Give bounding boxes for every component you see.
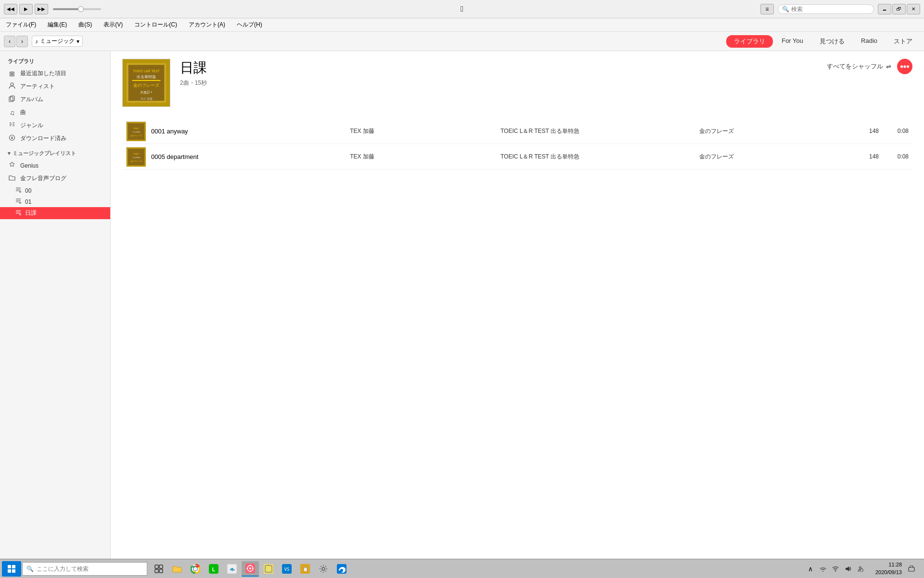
svg-point-21 [20, 214, 21, 215]
taskbar-search-box[interactable]: 🔍 [22, 562, 147, 576]
search-input[interactable] [791, 6, 868, 13]
taskbar-tray: ∧ あ 11:28 [806, 561, 922, 577]
sidebar-item-daily[interactable]: 日課 [0, 207, 110, 219]
taskbar-unknown-app1[interactable]: 🐟 [223, 561, 241, 577]
next-button[interactable]: ▶▶ [35, 4, 48, 14]
sidebar-item-kanfure-blog[interactable]: 金フレ音声ブログ [0, 172, 110, 185]
more-icon: ••• [900, 62, 910, 72]
playlist-actions: すべてをシャッフル ⇌ ••• [827, 59, 912, 74]
search-box[interactable]: 🔍 [778, 4, 874, 14]
song-bpm-0: 148 [850, 128, 879, 134]
song-list: TOEIC 出る単特急 金のフレーズ 0001 anyway TEX 加藤 TO… [122, 118, 912, 170]
svg-text:🐟: 🐟 [230, 566, 235, 572]
start-button[interactable] [2, 561, 21, 577]
menu-help[interactable]: ヘルプ(H) [235, 20, 264, 30]
svg-rect-43 [8, 569, 11, 573]
sidebar-item-01[interactable]: 01 [0, 196, 110, 207]
tab-radio[interactable]: Radio [853, 35, 885, 48]
taskbar-itunes[interactable] [242, 561, 259, 577]
taskbar-edge[interactable] [333, 561, 350, 577]
genres-icon [8, 121, 16, 130]
sidebar-item-00-label: 00 [25, 187, 31, 194]
menu-controls[interactable]: コントロール(C) [132, 20, 179, 30]
tab-for-you[interactable]: For You [774, 35, 811, 48]
taskbar-search-input[interactable] [37, 565, 133, 572]
svg-rect-41 [8, 565, 11, 568]
sidebar-item-songs[interactable]: ♫ 曲 [0, 106, 110, 119]
taskbar-file-explorer[interactable] [168, 561, 186, 577]
main-layout: ライブラリ ⊞ 最近追加した項目 アーティスト アルバム [0, 51, 924, 559]
sidebar-item-00[interactable]: 00 [0, 185, 110, 196]
svg-rect-70 [909, 567, 914, 571]
nav-forward-button[interactable]: › [16, 36, 28, 47]
taskbar: 🔍 [0, 559, 924, 578]
song-title-0: 0001 anyway [151, 128, 344, 135]
tray-ime-icon[interactable]: あ [856, 564, 865, 574]
sidebar-item-artists[interactable]: アーティスト [0, 80, 110, 93]
list-icon: ≡ [765, 6, 769, 13]
tab-discover[interactable]: 見つける [812, 35, 852, 48]
playlist-section-header[interactable]: ▾ ミュージックプレイリスト [0, 145, 110, 159]
svg-text:L: L [212, 566, 216, 572]
svg-point-17 [20, 202, 21, 204]
tray-volume-icon[interactable] [843, 564, 853, 574]
nav-bar: ‹ › ♪ ミュージック ▾ ライブラリ For You 見つける Radio … [0, 32, 924, 51]
shuffle-button[interactable]: すべてをシャッフル ⇌ [827, 62, 891, 71]
folder-icon [8, 174, 16, 183]
song-album-0: TOEIC L＆R TEST 出る単特急 [500, 127, 693, 135]
tray-wifi-icon[interactable] [831, 564, 840, 574]
song-artist-1: TEX 加藤 [350, 153, 495, 161]
tab-library[interactable]: ライブラリ [726, 35, 773, 48]
taskbar-task-view[interactable] [150, 561, 167, 577]
tray-up-arrow[interactable]: ∧ [806, 564, 815, 574]
content-area: TOEIC L&R TEST 出る単特急 金のフレーズ 大改訂+ TEX 加藤 … [111, 51, 924, 559]
music-selector-label: ミュージック [40, 37, 75, 45]
play-button[interactable]: ▶ [19, 4, 33, 14]
tray-network-icon[interactable] [818, 564, 828, 574]
taskbar-chrome[interactable] [187, 561, 204, 577]
sidebar-item-downloaded[interactable]: ダウンロード済み [0, 132, 110, 145]
taskbar-vs-code[interactable]: VS [278, 561, 295, 577]
svg-text:TOEIC: TOEIC [133, 153, 139, 155]
playlist-00-icon [15, 187, 21, 194]
menu-file[interactable]: ファイル(F) [4, 20, 38, 30]
prev-button[interactable]: ◀◀ [4, 4, 17, 14]
taskbar-settings[interactable] [315, 561, 332, 577]
sidebar-item-recent[interactable]: ⊞ 最近追加した項目 [0, 67, 110, 80]
restore-button[interactable]: 🗗 [892, 4, 906, 14]
table-row[interactable]: TOEIC 出る単特急 金のフレーズ 0005 department TEX 加… [122, 144, 912, 170]
taskbar-clock[interactable]: 11:28 2020/09/13 [868, 561, 902, 576]
tab-store[interactable]: ストア [886, 35, 920, 48]
menu-song[interactable]: 曲(S) [77, 20, 94, 30]
search-icon: 🔍 [782, 6, 789, 13]
svg-rect-47 [155, 569, 158, 573]
sidebar-item-albums[interactable]: アルバム [0, 93, 110, 106]
sidebar-item-genius[interactable]: Genius [0, 159, 110, 172]
song-album-1: TOEIC L＆R TEST 出る単特急 [500, 153, 693, 161]
list-view-button[interactable]: ≡ [760, 4, 774, 14]
sidebar-library-title: ライブラリ [0, 55, 110, 67]
minimize-button[interactable]: 🗕 [878, 4, 891, 14]
recently-added-icon: ⊞ [8, 70, 16, 78]
music-selector[interactable]: ♪ ミュージック ▾ [32, 36, 83, 47]
playlist-info: 日課 2曲・15秒 [180, 59, 827, 87]
notification-button[interactable] [905, 561, 918, 577]
window-controls: 🗕 🗗 ✕ [878, 4, 920, 14]
volume-slider[interactable] [53, 8, 101, 10]
table-row[interactable]: TOEIC 出る単特急 金のフレーズ 0001 anyway TEX 加藤 TO… [122, 118, 912, 144]
taskbar-search-icon: 🔍 [26, 565, 34, 572]
svg-point-51 [194, 567, 197, 570]
close-button[interactable]: ✕ [907, 4, 920, 14]
menu-view[interactable]: 表示(V) [102, 20, 125, 30]
taskbar-app-icons: L 🐟 VS [150, 561, 350, 577]
taskbar-unknown-app2[interactable]: 📋 [296, 561, 314, 577]
title-bar-right: ≡ 🔍 🗕 🗗 ✕ [760, 4, 920, 14]
nav-back-button[interactable]: ‹ [4, 36, 15, 47]
song-artwork-0: TOEIC 出る単特急 金のフレーズ [126, 121, 145, 141]
taskbar-line[interactable]: L [205, 561, 222, 577]
taskbar-capture[interactable] [260, 561, 277, 577]
menu-edit[interactable]: 編集(E) [46, 20, 69, 30]
menu-account[interactable]: アカウント(A) [187, 20, 227, 30]
more-options-button[interactable]: ••• [897, 59, 912, 74]
sidebar-item-genres[interactable]: ジャンル [0, 119, 110, 132]
